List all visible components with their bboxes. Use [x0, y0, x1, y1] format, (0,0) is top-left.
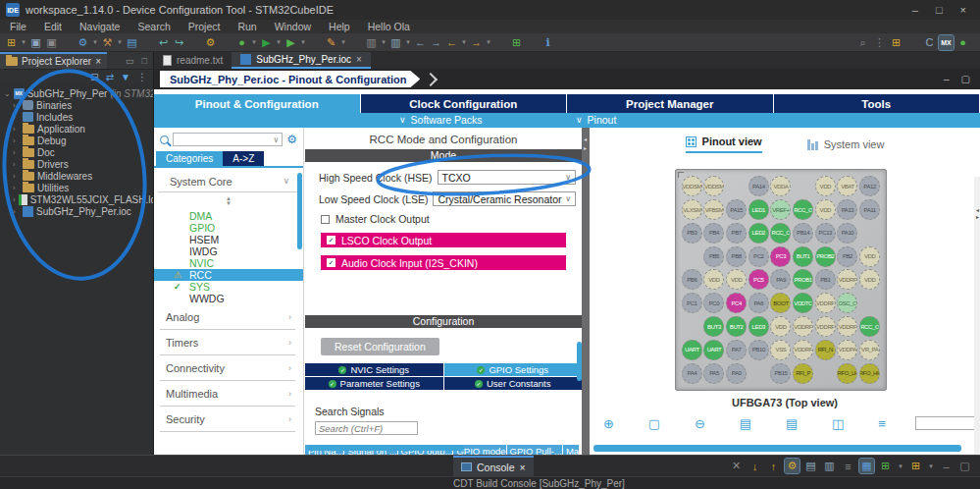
- console-toolbar-icon[interactable]: ▾: [927, 459, 935, 473]
- editor-maximize-icon[interactable]: ▢: [961, 74, 970, 84]
- toolbar-icon[interactable]: →: [469, 35, 484, 50]
- toolbar-icon[interactable]: ▣: [44, 35, 59, 50]
- console-toolbar-icon[interactable]: ⊞: [878, 459, 893, 473]
- peripheral-item[interactable]: NVIC: [154, 257, 303, 269]
- chevron-right-icon[interactable]: ›: [13, 184, 20, 192]
- toolbar-icon[interactable]: ⚙: [203, 35, 218, 50]
- toolbar-icon[interactable]: ↪: [172, 35, 186, 50]
- tree-item-project-root[interactable]: ⌄ MX SubGHz_Phy_Per (in STM32CubeIDE: [0, 87, 153, 99]
- chevron-right-icon[interactable]: ›: [13, 136, 20, 145]
- chip-pin[interactable]: PC13: [815, 223, 836, 244]
- console-toolbar-icon[interactable]: ⊞: [908, 459, 923, 473]
- group-system-core[interactable]: System Core ∨: [158, 168, 299, 192]
- chip-pin[interactable]: RCC_O: [793, 199, 813, 220]
- pinout-toolbar-icon[interactable]: ▤: [786, 416, 798, 432]
- toolbar-right-icon[interactable]: ●: [955, 35, 970, 50]
- chip-pin[interactable]: BUT3: [703, 316, 724, 337]
- chip-pin[interactable]: PA12: [859, 176, 880, 196]
- menu-item[interactable]: Hello Ola: [368, 21, 410, 32]
- chip-pin[interactable]: VDDA: [770, 176, 791, 196]
- chip-pin[interactable]: VDDTC: [793, 293, 813, 313]
- chip-pin[interactable]: PROB1: [793, 269, 813, 290]
- peripheral-item[interactable]: DMA: [154, 210, 303, 222]
- chip-pin[interactable]: PA11: [859, 199, 880, 220]
- chip-pin[interactable]: PROB2: [815, 246, 836, 267]
- console-toolbar-icon[interactable]: ⚙: [785, 459, 799, 473]
- tree-item[interactable]: › Binaries: [0, 99, 153, 111]
- chip-pin[interactable]: VDD: [859, 269, 880, 290]
- lse-select[interactable]: Crystal/Ceramic Resonator: [433, 191, 576, 206]
- chip-pin[interactable]: RCC_O: [859, 316, 880, 337]
- peripheral-item[interactable]: WWDG: [154, 293, 303, 304]
- menu-item[interactable]: Edit: [44, 21, 62, 32]
- search-signals-input[interactable]: [315, 421, 418, 435]
- chip-pin[interactable]: PB14: [793, 223, 813, 244]
- chip-pin[interactable]: PB1: [815, 269, 836, 290]
- toolbar-icon[interactable]: ⚒: [100, 35, 115, 50]
- chip-pin[interactable]: VDDRF: [815, 316, 836, 337]
- toolbar-icon[interactable]: [348, 35, 363, 50]
- chevron-right-icon[interactable]: ›: [13, 101, 20, 110]
- pinout-toolbar-icon[interactable]: ▢: [648, 416, 660, 432]
- toolbar-icon[interactable]: ↩: [156, 35, 171, 50]
- close-console-icon[interactable]: ×: [520, 462, 526, 473]
- peripheral-item[interactable]: IWDG: [154, 245, 303, 257]
- settings-tab[interactable]: Parameter Settings: [305, 377, 443, 390]
- editor-tab[interactable]: SubGHz_Phy_Per.ioc ×: [232, 52, 371, 69]
- toolbar-icon[interactable]: ▤: [125, 35, 139, 50]
- sidebar-tab[interactable]: Categories: [156, 151, 223, 166]
- minimize-button[interactable]: –: [912, 4, 918, 16]
- chip-pin[interactable]: LED1: [748, 199, 769, 220]
- chip-pin[interactable]: PC2: [748, 246, 769, 267]
- chip-pin[interactable]: PB3: [682, 223, 702, 244]
- toolbar-icon[interactable]: [308, 35, 323, 50]
- tree-item[interactable]: › Includes: [0, 111, 153, 123]
- maximize-button[interactable]: □: [936, 4, 943, 16]
- console-toolbar-icon[interactable]: ▦: [859, 459, 874, 473]
- config-main-tab[interactable]: Project Manager: [567, 94, 774, 113]
- tree-item[interactable]: › Drivers: [0, 158, 153, 170]
- menu-item[interactable]: Window: [275, 21, 311, 32]
- toolbar-icon[interactable]: [60, 35, 75, 50]
- peripheral-section[interactable]: Multimedia ›: [160, 381, 295, 407]
- menu-item[interactable]: Navigate: [79, 21, 120, 32]
- chip-pin[interactable]: PA14: [748, 176, 769, 196]
- chip-pin[interactable]: LED2: [748, 223, 769, 244]
- toolbar-icon[interactable]: ▾: [404, 35, 412, 50]
- editor-tab[interactable]: readme.txt: [154, 52, 232, 69]
- chip-pin[interactable]: RFI_P: [793, 363, 813, 384]
- pinout-toolbar-icon[interactable]: ◫: [832, 416, 844, 432]
- chip-pin[interactable]: VLXSM: [682, 199, 702, 220]
- toolbar-icon[interactable]: ▣: [28, 35, 43, 50]
- reset-configuration-button[interactable]: Reset Configuration: [321, 338, 439, 355]
- close-tab-icon[interactable]: ×: [356, 54, 362, 65]
- toolbar-icon[interactable]: ⊞: [4, 35, 19, 50]
- toolbar-icon[interactable]: ⊞: [509, 35, 524, 50]
- list-spinner[interactable]: ▲▼: [154, 192, 303, 210]
- toolbar-right-icon[interactable]: ⋮: [872, 35, 887, 50]
- chip-pin[interactable]: PB15: [770, 363, 791, 384]
- toolbar-icon[interactable]: ▥: [364, 35, 379, 50]
- toolbar-icon[interactable]: [493, 35, 508, 50]
- console-toolbar-icon[interactable]: ▢: [957, 459, 972, 473]
- chip-pin[interactable]: VDDRF: [837, 316, 857, 337]
- config-main-tab[interactable]: Clock Configuration: [361, 94, 568, 113]
- tree-item[interactable]: › Debug: [0, 135, 153, 146]
- peripheral-item[interactable]: SYS: [154, 281, 303, 293]
- view-menu-icon[interactable]: ⋮: [137, 72, 147, 82]
- settings-tab[interactable]: User Constants: [444, 377, 583, 390]
- tree-item[interactable]: › Utilities: [0, 182, 153, 193]
- chip-pin[interactable]: VDD: [703, 269, 724, 290]
- chip-pin[interactable]: VDDSM: [682, 176, 702, 196]
- menu-item[interactable]: Project: [188, 21, 221, 32]
- chip-pin[interactable]: VDDSM: [703, 176, 724, 196]
- chip-pin[interactable]: VDDRF: [793, 340, 813, 360]
- hse-select[interactable]: TCXO: [438, 170, 576, 185]
- toolbar-icon[interactable]: ⚙: [76, 35, 90, 50]
- peripheral-section[interactable]: Security ›: [160, 407, 295, 432]
- chip-pin[interactable]: VDD: [815, 199, 836, 220]
- sidebar-tab[interactable]: A->Z: [223, 151, 264, 166]
- chip-pin[interactable]: UART: [703, 340, 724, 360]
- chip-pin[interactable]: VDDPA: [837, 340, 857, 360]
- toolbar-icon[interactable]: ▾: [339, 35, 347, 50]
